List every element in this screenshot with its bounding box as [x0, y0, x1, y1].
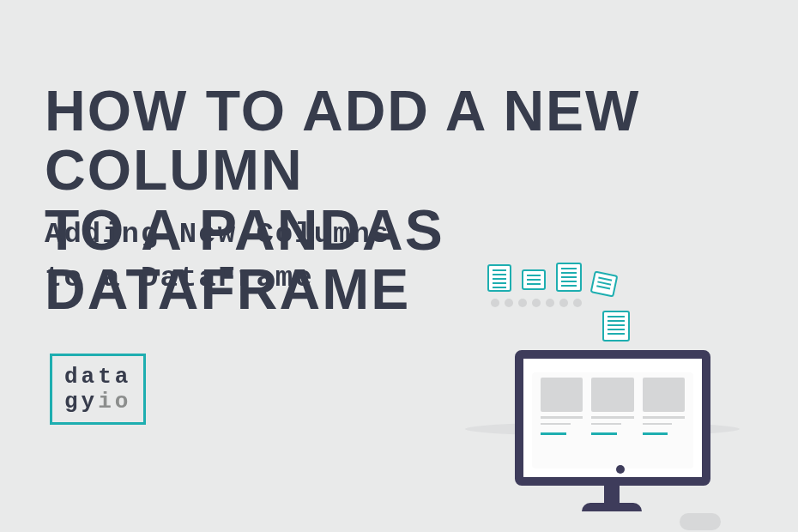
datagy-logo: data gyio	[50, 354, 146, 425]
document-icon	[556, 263, 582, 292]
logo-text-line1: data	[64, 364, 131, 390]
document-icon	[590, 270, 619, 297]
subtitle-line-2: to a DataFrame	[45, 262, 314, 294]
subtitle-line-1: Adding New Columns	[45, 218, 390, 251]
monitor-icon	[515, 350, 710, 486]
loading-dots	[491, 299, 582, 307]
document-icon	[602, 311, 630, 342]
document-icon	[522, 269, 546, 290]
subtitle: Adding New Columns to a DataFrame	[45, 213, 390, 300]
mousepad-icon	[680, 513, 721, 530]
title-line-1: HOW TO ADD A NEW COLUMN	[45, 79, 640, 202]
computer-illustration	[474, 257, 748, 446]
logo-text-gy: gy	[64, 389, 98, 414]
document-icon	[487, 264, 511, 292]
logo-text-io: io	[98, 389, 131, 414]
